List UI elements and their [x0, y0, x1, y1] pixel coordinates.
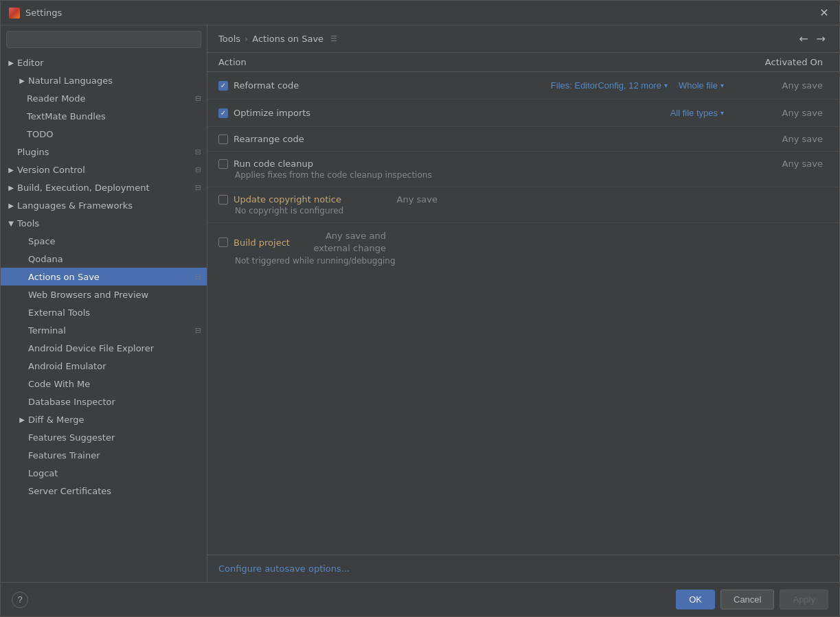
sidebar-item-textmate-bundles[interactable]: TextMate Bundles	[1, 107, 207, 125]
settings-tree: ▶ Editor ▶ Natural Languages Reader Mode…	[1, 54, 207, 582]
table-row: ✓ Reformat code Files: EditorConfig, 12 …	[207, 72, 839, 100]
sidebar-item-tools[interactable]: ▼ Tools	[1, 214, 207, 232]
breadcrumb-current: Actions on Save	[252, 34, 323, 44]
dialog-title: Settings	[25, 8, 812, 18]
sidebar-item-database-inspector[interactable]: ▶ Database Inspector	[1, 393, 207, 410]
layout-icon: ⊟	[195, 272, 201, 281]
all-file-types-dropdown[interactable]: All file types ▾	[668, 106, 727, 119]
rearrange-activated: Any save	[732, 134, 828, 144]
sidebar-label-editor: Editor	[17, 58, 201, 68]
row-main-optimize: ✓ Optimize imports All file types ▾ Any …	[218, 106, 828, 119]
sidebar-item-languages-frameworks[interactable]: ▶ Languages & Frameworks	[1, 196, 207, 214]
sidebar-item-plugins[interactable]: ▶ Plugins ⊟	[1, 143, 207, 161]
sidebar-label-features-suggester: Features Suggester	[28, 432, 201, 443]
breadcrumb-parent: Tools	[218, 34, 240, 44]
search-input[interactable]	[6, 31, 201, 48]
sidebar-item-actions-on-save[interactable]: ▶ Actions on Save ⊟	[1, 268, 207, 286]
reformat-code-checkbox[interactable]: ✓	[218, 81, 228, 91]
sidebar-item-web-browsers[interactable]: ▶ Web Browsers and Preview	[1, 286, 207, 303]
sidebar-item-terminal[interactable]: ▶ Terminal ⊟	[1, 321, 207, 339]
sidebar-item-external-tools[interactable]: ▶ External Tools	[1, 303, 207, 321]
sidebar-item-qodana[interactable]: ▶ Qodana	[1, 250, 207, 268]
reformat-code-label: Reformat code	[234, 80, 543, 91]
sidebar-item-build-execution[interactable]: ▶ Build, Execution, Deployment ⊟	[1, 178, 207, 196]
ok-button[interactable]: OK	[676, 590, 715, 609]
run-code-cleanup-label: Run code cleanup	[234, 159, 727, 169]
sidebar-label-textmate-bundles: TextMate Bundles	[27, 111, 201, 121]
title-bar: Settings ✕	[1, 1, 839, 25]
sidebar-label-languages-frameworks: Languages & Frameworks	[17, 200, 201, 211]
help-button[interactable]: ?	[12, 592, 28, 608]
apply-button[interactable]: Apply	[780, 590, 828, 609]
sidebar-label-database-inspector: Database Inspector	[28, 397, 201, 407]
chevron-down-icon: ▼	[6, 218, 16, 228]
settings-dialog: Settings ✕ ▶ Editor ▶ Natural Languages …	[0, 0, 840, 617]
reformat-activated: Any save	[732, 80, 828, 91]
sidebar-item-reader-mode[interactable]: Reader Mode ⊟	[1, 89, 207, 107]
copyright-activated: Any save	[347, 194, 443, 205]
sidebar-label-qodana: Qodana	[28, 254, 201, 264]
reformat-dropdowns: Files: EditorConfig, 12 more ▾ Whole fil…	[548, 79, 727, 92]
sidebar-item-features-trainer[interactable]: ▶ Features Trainer	[1, 446, 207, 464]
sidebar-label-space: Space	[28, 236, 201, 246]
chevron-right-icon: ▶	[6, 200, 16, 210]
sidebar-item-android-device[interactable]: ▶ Android Device File Explorer	[1, 339, 207, 357]
sidebar-label-plugins: Plugins	[17, 147, 195, 157]
dropdown-caret-icon: ▾	[664, 82, 668, 89]
whole-file-dropdown-label: Whole file	[679, 80, 718, 91]
menu-icon: ☰	[330, 34, 337, 43]
rearrange-code-checkbox[interactable]	[218, 135, 228, 144]
build-activated-line1: Any save and	[326, 230, 386, 242]
app-icon	[9, 8, 20, 19]
col-activated-header: Activated On	[732, 57, 828, 67]
sidebar-item-diff-merge[interactable]: ▶ Diff & Merge	[1, 410, 207, 428]
layout-icon: ⊟	[195, 326, 201, 335]
sidebar-label-build-execution: Build, Execution, Deployment	[17, 183, 195, 193]
row-main-build: Build project Any save and external chan…	[218, 230, 828, 255]
row-main-rearrange: Rearrange code Any save	[218, 134, 828, 144]
row-main-cleanup: Run code cleanup Any save	[218, 159, 828, 169]
sidebar-label-features-trainer: Features Trainer	[28, 450, 201, 461]
whole-file-dropdown[interactable]: Whole file ▾	[676, 79, 727, 92]
nav-back-button[interactable]: ←	[796, 31, 810, 47]
cancel-button[interactable]: Cancel	[720, 590, 774, 609]
build-project-checkbox[interactable]	[218, 237, 228, 247]
sidebar-label-natural-languages: Natural Languages	[28, 75, 201, 86]
update-copyright-checkbox[interactable]	[218, 195, 228, 205]
cleanup-sub-text: Applies fixes from the code cleanup insp…	[218, 170, 828, 180]
sidebar-label-android-device: Android Device File Explorer	[28, 343, 201, 353]
sidebar-label-version-control: Version Control	[17, 165, 195, 175]
sidebar-label-web-browsers: Web Browsers and Preview	[28, 290, 201, 300]
chevron-right-icon: ▶	[6, 183, 16, 192]
dropdown-caret-icon: ▾	[720, 82, 724, 89]
sidebar-item-code-with-me[interactable]: ▶ Code With Me	[1, 375, 207, 393]
row-main-reformat: ✓ Reformat code Files: EditorConfig, 12 …	[218, 79, 828, 92]
actions-table: Action Activated On ✓ Reformat code File…	[207, 53, 839, 555]
files-dropdown[interactable]: Files: EditorConfig, 12 more ▾	[548, 79, 670, 92]
run-code-cleanup-checkbox[interactable]	[218, 159, 228, 169]
chevron-right-icon: ▶	[17, 75, 27, 85]
sidebar-item-editor[interactable]: ▶ Editor	[1, 54, 207, 71]
sidebar-item-space[interactable]: ▶ Space	[1, 232, 207, 250]
layout-icon: ⊟	[195, 148, 201, 156]
table-row: Build project Any save and external chan…	[207, 223, 839, 272]
row-main-copyright: Update copyright notice Any save	[218, 194, 828, 205]
configure-autosave-link[interactable]: Configure autosave options...	[207, 555, 839, 582]
build-sub-text: Not triggered while running/debugging	[218, 256, 828, 266]
nav-forward-button[interactable]: →	[814, 31, 828, 47]
sidebar-label-logcat: Logcat	[28, 468, 201, 478]
sidebar-item-natural-languages[interactable]: ▶ Natural Languages	[1, 71, 207, 89]
table-row: ✓ Optimize imports All file types ▾ Any …	[207, 100, 839, 127]
sidebar-item-version-control[interactable]: ▶ Version Control ⊟	[1, 161, 207, 178]
sidebar-label-tools: Tools	[17, 218, 201, 229]
breadcrumb-bar: Tools › Actions on Save ☰ ← →	[207, 25, 839, 53]
optimize-imports-checkbox[interactable]: ✓	[218, 108, 228, 118]
sidebar-item-android-emulator[interactable]: ▶ Android Emulator	[1, 357, 207, 375]
sidebar-item-logcat[interactable]: ▶ Logcat	[1, 464, 207, 482]
layout-icon: ⊟	[195, 94, 201, 103]
close-button[interactable]: ✕	[817, 6, 831, 20]
chevron-right-icon: ▶	[6, 58, 16, 67]
sidebar-item-server-certificates[interactable]: ▶ Server Certificates	[1, 482, 207, 500]
sidebar-item-features-suggester[interactable]: ▶ Features Suggester	[1, 428, 207, 446]
sidebar-item-todo[interactable]: TODO	[1, 125, 207, 143]
